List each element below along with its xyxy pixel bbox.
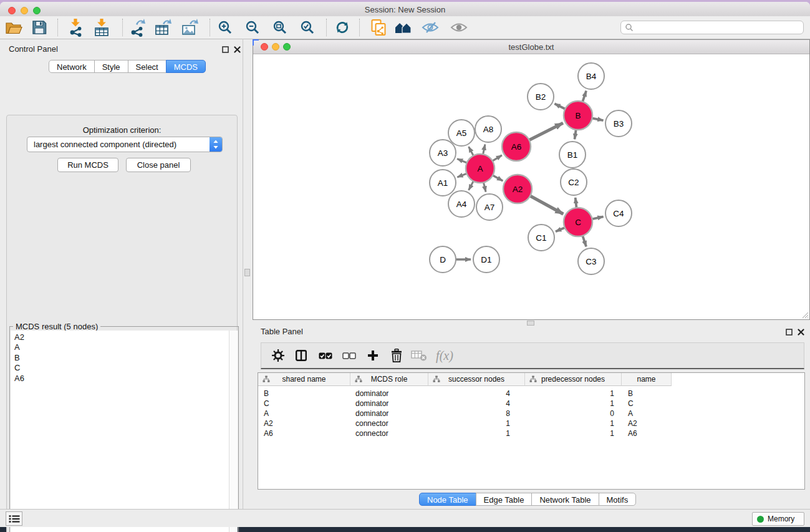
graph-node-A4[interactable]: A4 bbox=[448, 191, 475, 217]
search-field[interactable] bbox=[620, 21, 804, 34]
zoom-fit-button[interactable] bbox=[269, 17, 291, 37]
hide-selected-button[interactable] bbox=[420, 17, 441, 37]
column-header-name[interactable]: name bbox=[622, 373, 672, 386]
table-cell[interactable]: 1 bbox=[525, 418, 622, 428]
graph-node-C1[interactable]: C1 bbox=[528, 225, 554, 251]
table-cell[interactable]: 1 bbox=[428, 418, 525, 428]
graph-node-A7[interactable]: A7 bbox=[476, 194, 503, 220]
zoom-in-button[interactable] bbox=[215, 17, 236, 37]
table-cell[interactable]: A2 bbox=[258, 418, 350, 428]
vertical-split-handle[interactable] bbox=[244, 269, 250, 276]
column-header-predecessor-nodes[interactable]: predecessor nodes bbox=[525, 373, 622, 386]
network-window-title-bar[interactable]: testGlobe.txt bbox=[253, 40, 809, 54]
split-columns-button[interactable] bbox=[291, 346, 312, 365]
table-cell[interactable]: A bbox=[258, 409, 350, 418]
mcds-result-item[interactable]: A2 bbox=[11, 332, 238, 342]
table-row[interactable]: A dominator 8 0 A bbox=[258, 409, 672, 418]
table-cell[interactable]: A bbox=[622, 409, 672, 418]
graph-node-C3[interactable]: C3 bbox=[578, 248, 604, 274]
table-cell[interactable]: C bbox=[258, 399, 350, 409]
mcds-result-scrollbar[interactable] bbox=[229, 331, 238, 532]
close-panel-button[interactable]: Close panel bbox=[126, 158, 191, 172]
table-row[interactable]: B dominator 4 1 B bbox=[258, 389, 672, 399]
table-cell[interactable]: 0 bbox=[525, 409, 622, 418]
mcds-result-item[interactable]: C bbox=[11, 363, 238, 373]
deselect-all-button[interactable] bbox=[339, 346, 360, 365]
graph-node-B4[interactable]: B4 bbox=[578, 63, 604, 89]
table-cell[interactable]: 1 bbox=[525, 428, 622, 438]
graph-node-D[interactable]: D bbox=[430, 246, 456, 273]
tab-mcds[interactable]: MCDS bbox=[166, 60, 206, 73]
add-row-button[interactable] bbox=[362, 346, 383, 365]
tab-motifs[interactable]: Motifs bbox=[599, 493, 637, 506]
window-resize-grip[interactable] bbox=[801, 311, 809, 319]
graph-node-A3[interactable]: A3 bbox=[430, 140, 456, 166]
column-header-mcds-role[interactable]: MCDS role bbox=[350, 373, 428, 386]
open-file-button[interactable] bbox=[3, 17, 24, 37]
status-menu-button[interactable] bbox=[6, 511, 22, 526]
tab-edge-table[interactable]: Edge Table bbox=[476, 493, 533, 506]
mcds-result-item[interactable]: B bbox=[11, 353, 238, 363]
table-cell[interactable]: 1 bbox=[525, 399, 622, 409]
mcds-result-item[interactable]: A bbox=[11, 342, 238, 352]
table-settings-button[interactable] bbox=[268, 346, 289, 365]
close-panel-icon[interactable] bbox=[233, 46, 241, 53]
table-cell[interactable]: 4 bbox=[428, 399, 525, 409]
show-all-button[interactable] bbox=[448, 17, 470, 37]
table-cell[interactable]: A2 bbox=[622, 418, 672, 428]
graph-node-C2[interactable]: C2 bbox=[561, 169, 587, 195]
table-cell[interactable]: 4 bbox=[428, 389, 525, 399]
save-session-button[interactable] bbox=[29, 17, 50, 37]
table-cell[interactable]: 1 bbox=[428, 428, 525, 438]
float-table-panel-icon[interactable] bbox=[785, 328, 793, 336]
table-cell[interactable]: dominator bbox=[350, 409, 428, 418]
table-cell[interactable]: C bbox=[622, 399, 672, 409]
import-table-button[interactable] bbox=[91, 17, 112, 37]
table-cell[interactable]: B bbox=[622, 389, 672, 399]
table-cell[interactable]: connector bbox=[350, 428, 428, 438]
search-input[interactable] bbox=[636, 22, 803, 32]
graph-node-A1[interactable]: A1 bbox=[430, 170, 456, 196]
float-panel-icon[interactable] bbox=[221, 46, 229, 53]
table-cell[interactable]: connector bbox=[350, 418, 428, 428]
graph-node-D1[interactable]: D1 bbox=[473, 246, 499, 273]
graph-node-A2[interactable]: A2 bbox=[503, 175, 532, 203]
import-network-button[interactable] bbox=[65, 17, 86, 37]
close-table-panel-icon[interactable] bbox=[797, 328, 804, 336]
table-row[interactable]: A6 connector 1 1 A6 bbox=[258, 428, 672, 438]
table-cell[interactable]: A6 bbox=[258, 428, 350, 438]
graph-node-B1[interactable]: B1 bbox=[559, 142, 586, 168]
table-row[interactable]: C dominator 4 1 C bbox=[258, 399, 672, 409]
table-cell[interactable]: B bbox=[258, 389, 350, 399]
table-cell[interactable]: dominator bbox=[350, 389, 428, 399]
graph-node-B3[interactable]: B3 bbox=[605, 110, 632, 137]
tab-select[interactable]: Select bbox=[128, 60, 166, 73]
table-cell[interactable]: A6 bbox=[622, 428, 672, 438]
graph-node-B[interactable]: B bbox=[564, 101, 592, 130]
network-graph[interactable]: B4B2BB3A5A8A6A3B1AA1C2A2A4A7C4CC1C3DD1 bbox=[253, 54, 809, 319]
new-network-from-selection-button[interactable] bbox=[368, 17, 389, 37]
memory-button[interactable]: Memory bbox=[752, 512, 804, 526]
tab-network[interactable]: Network bbox=[49, 60, 95, 73]
delete-row-button[interactable] bbox=[386, 346, 407, 365]
run-mcds-button[interactable]: Run MCDS bbox=[57, 158, 118, 172]
table-cell[interactable]: dominator bbox=[350, 399, 428, 409]
mcds-result-item[interactable]: A6 bbox=[11, 374, 238, 384]
export-network-button[interactable] bbox=[126, 17, 147, 37]
table-cell[interactable]: 1 bbox=[525, 389, 622, 399]
network-canvas[interactable]: B4B2BB3A5A8A6A3B1AA1C2A2A4A7C4CC1C3DD1 bbox=[253, 54, 809, 319]
criterion-dropdown[interactable]: largest connected component (directed) bbox=[27, 137, 223, 152]
tab-network-table[interactable]: Network Table bbox=[531, 493, 599, 506]
zoom-out-button[interactable] bbox=[242, 17, 263, 37]
houses-button[interactable] bbox=[393, 17, 414, 37]
column-header-shared-name[interactable]: shared name bbox=[258, 373, 350, 386]
tab-node-table[interactable]: Node Table bbox=[419, 493, 476, 506]
graph-node-C4[interactable]: C4 bbox=[605, 200, 632, 226]
column-header-successor-nodes[interactable]: successor nodes bbox=[428, 373, 525, 386]
graph-node-B2[interactable]: B2 bbox=[528, 84, 554, 110]
zoom-selected-button[interactable] bbox=[297, 17, 318, 37]
table-row[interactable]: A2 connector 1 1 A2 bbox=[258, 418, 672, 428]
graph-node-A[interactable]: A bbox=[466, 154, 494, 183]
graph-node-C[interactable]: C bbox=[564, 208, 592, 236]
select-all-button[interactable] bbox=[315, 346, 336, 365]
